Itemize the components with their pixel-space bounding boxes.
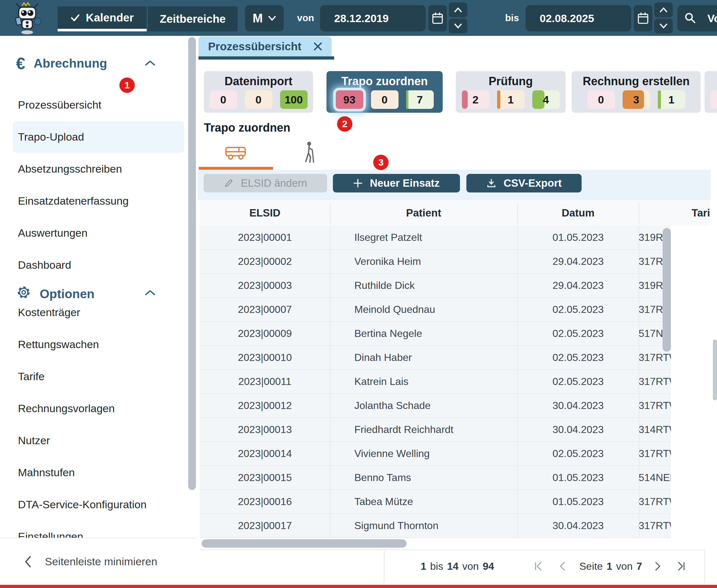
pagination-bar: 1 bis 14 von 94 Seite 1 von 7 [200, 550, 705, 583]
tab-zeitbereiche[interactable]: Zeitbereiche [148, 6, 238, 31]
badge-value: 0 [256, 93, 262, 106]
table-row[interactable]: 2023|00011Katrein Lais02.05.2023317RTW [200, 370, 671, 394]
sidebar-item-dashboard[interactable]: Dashboard [18, 259, 71, 271]
last-page-button[interactable] [672, 557, 690, 575]
status-badge[interactable]: 2 [462, 90, 490, 109]
column-divider [330, 203, 331, 223]
cell-patient: Benno Tams [354, 466, 517, 489]
sidebar-scrollbar[interactable] [188, 37, 196, 490]
status-badge[interactable]: 100 [280, 90, 308, 109]
cell-elsid: 2023|00013 [200, 418, 330, 441]
table-row[interactable]: 2023|00002Veronika Heim29.04.2023317RTW [200, 250, 671, 274]
status-badge[interactable]: 0 [245, 90, 273, 109]
tab-vehicle-transports[interactable] [199, 138, 273, 167]
sidebar-minimize-button[interactable]: Seitenleiste minimieren [0, 538, 197, 585]
date-to-step-up-button[interactable] [654, 3, 673, 17]
column-header-patient[interactable]: Patient [330, 200, 517, 226]
tab-kalender[interactable]: Kalender [58, 6, 147, 31]
status-badge[interactable]: 4 [532, 90, 560, 109]
cell-datum: 02.05.2023 [517, 322, 639, 345]
table-row[interactable]: 2023|00016Tabea Mütze01.05.2023317RTW [200, 490, 671, 514]
process-card-rechnung-erstellen[interactable]: Rechnung erstellen031 [572, 71, 701, 113]
sidebar-item-mahnstufen[interactable]: Mahnstufen [18, 466, 75, 479]
process-card-pr-fung[interactable]: Prüfung214 [456, 71, 566, 113]
range-unit-dropdown[interactable]: M [245, 5, 284, 31]
sidebar-section-abrechnung[interactable]: €Abrechnung [16, 55, 107, 72]
column-header-elsid[interactable]: ELSID [200, 200, 330, 226]
sidebar-item-rechnungsvorlagen[interactable]: Rechnungsvorlagen [18, 402, 115, 415]
sidebar-item-tarife[interactable]: Tarife [18, 370, 44, 383]
status-badge[interactable]: 0 [210, 90, 237, 109]
sidebar-item-trapo-upload[interactable]: Trapo-Upload [18, 131, 84, 143]
close-icon[interactable] [313, 42, 323, 51]
status-badge[interactable]: 3 [623, 90, 650, 109]
page-vertical-scrollbar[interactable] [713, 339, 717, 400]
table-horizontal-scrollbar[interactable] [202, 539, 407, 548]
date-to-input[interactable]: 02.08.2025 [526, 5, 631, 31]
column-header-datum[interactable]: Datum [517, 200, 639, 226]
table-row[interactable]: 2023|00013Friedhardt Reichhardt30.04.202… [200, 418, 671, 442]
gear-icon [16, 285, 31, 300]
first-page-button[interactable] [529, 557, 547, 575]
sidebar-item-kostentr-ger[interactable]: Kostenträger [18, 306, 80, 319]
status-badge[interactable]: 0 [587, 90, 615, 109]
process-card-datenimport[interactable]: Datenimport00100 [204, 71, 313, 113]
sidebar-item-einsatzdatenerfassung[interactable]: Einsatzdatenerfassung [18, 195, 129, 207]
table-row[interactable]: 2023|00007Meinold Quednau02.05.2023317RT… [200, 298, 671, 322]
collapse-section-icon[interactable] [145, 60, 156, 68]
table-row[interactable]: 2023|00015Benno Tams01.05.2023514NEF [200, 466, 671, 490]
table-row[interactable]: 2023|00003Ruthilde Dick29.04.2023319RTW [200, 274, 671, 298]
status-badge[interactable]: 93 [336, 90, 363, 109]
status-badge[interactable]: 1 [658, 90, 685, 109]
sidebar-item-nutzer[interactable]: Nutzer [18, 434, 50, 447]
collapse-section-icon[interactable] [145, 289, 156, 297]
status-badge[interactable]: 1 [497, 90, 525, 109]
sidebar-item-dta-service-konfiguration[interactable]: DTA-Service-Konfiguration [18, 498, 147, 511]
status-badge[interactable] [710, 90, 717, 109]
cell-elsid: 2023|00009 [200, 322, 330, 345]
process-card-badges: 031 [572, 90, 701, 109]
process-card-title: R [704, 75, 717, 88]
process-card-badges: 214 [456, 90, 566, 109]
date-to-calendar-button[interactable] [634, 5, 652, 31]
date-from-input[interactable]: 28.12.2019 [320, 5, 426, 31]
tab-walking-patients[interactable] [273, 138, 347, 167]
status-badge[interactable]: 7 [406, 90, 434, 109]
range-start: 1 [420, 561, 426, 572]
annotation-step-2: 2 [337, 116, 352, 132]
date-from-step-up-button[interactable] [449, 3, 467, 17]
table-row[interactable]: 2023|00010Dinah Haber02.05.2023317RTW [200, 346, 671, 370]
status-badge[interactable]: 0 [371, 90, 398, 109]
table-vertical-scrollbar[interactable] [662, 228, 671, 352]
tab-zeitbereiche-label: Zeitbereiche [160, 13, 226, 25]
column-header-tarif[interactable]: Tarif [638, 200, 710, 226]
csv-export-button[interactable]: CSV-Export [466, 174, 582, 192]
sidebar-item-rettungswachen[interactable]: Rettungswachen [18, 338, 99, 351]
cell-elsid: 2023|00015 [200, 466, 330, 489]
table-row[interactable]: 2023|00014Vivienne Welling02.05.2023317R… [200, 442, 671, 466]
sidebar-section-title: Optionen [40, 287, 94, 301]
table-row[interactable]: 2023|00012Jolantha Schade30.04.2023317RT… [200, 394, 671, 418]
badge-value: 93 [344, 93, 355, 106]
table-row[interactable]: 2023|00001Ilsegret Patzelt01.05.2023319R… [200, 226, 671, 250]
sidebar-item-einstellungen[interactable]: Einstellungen [18, 530, 83, 538]
new-mission-button[interactable]: Neuer Einsatz [333, 174, 460, 192]
process-card-trapo-zuordnen[interactable]: Trapo zuordnen9307 [326, 71, 443, 113]
cell-patient: Veronika Heim [354, 250, 517, 273]
next-page-button[interactable] [649, 557, 667, 575]
date-to-step-down-button[interactable] [654, 19, 673, 33]
date-from-step-down-button[interactable] [449, 19, 467, 33]
edit-elsid-button[interactable]: ELSID ändern [203, 174, 327, 192]
sidebar-item-absetzungsschreiben[interactable]: Absetzungsschreiben [18, 163, 122, 175]
search-input[interactable]: Vo [677, 5, 717, 31]
table-row[interactable]: 2023|00009Bertina Negele02.05.2023517NEF [200, 322, 671, 346]
document-tab-prozessuebersicht[interactable]: Prozessübersicht [198, 37, 332, 56]
previous-page-button[interactable] [553, 557, 571, 575]
date-from-calendar-button[interactable] [428, 5, 447, 31]
sidebar-section-optionen[interactable]: Optionen [16, 285, 94, 303]
process-card-r[interactable]: R [704, 71, 717, 113]
table-row[interactable]: 2023|00017Sigmund Thornton30.04.2023317R… [200, 514, 671, 538]
cell-datum: 30.04.2023 [517, 514, 639, 538]
sidebar-item-auswertungen[interactable]: Auswertungen [18, 227, 87, 239]
sidebar-item-prozess-bersicht[interactable]: Prozessübersicht [18, 99, 102, 111]
